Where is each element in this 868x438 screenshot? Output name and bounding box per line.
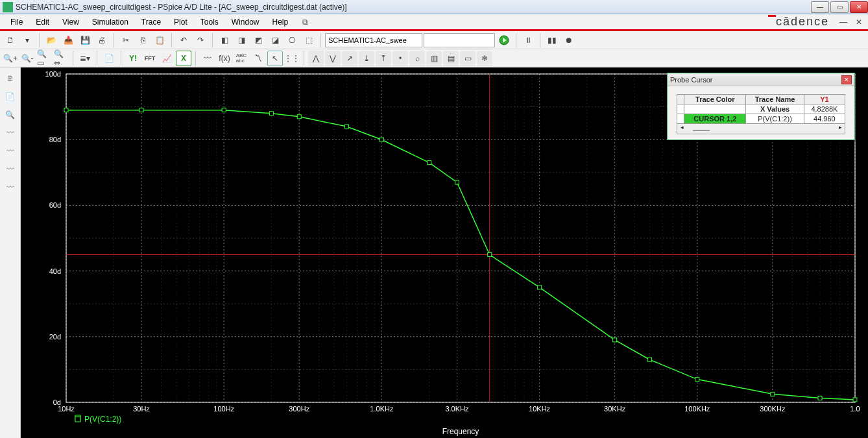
menu-help[interactable]: Help: [265, 16, 295, 29]
menu-file[interactable]: File: [4, 16, 29, 29]
cursor-point-button[interactable]: •: [392, 51, 408, 66]
app-icon: [3, 2, 13, 12]
menu-view[interactable]: View: [56, 16, 86, 29]
undo-button[interactable]: ↶: [176, 32, 191, 48]
svg-text:300KHz: 300KHz: [760, 405, 786, 413]
cursor-max-button[interactable]: ⤒: [376, 51, 391, 66]
svg-rect-114: [75, 417, 80, 422]
zoom-in-button[interactable]: 🔍+: [3, 51, 18, 66]
menu-window[interactable]: Window: [225, 16, 266, 29]
leftstrip-wave-d-icon[interactable]: 〰: [3, 180, 18, 195]
mark-datapoints-button[interactable]: 〽: [250, 51, 266, 66]
marker-3-button[interactable]: ◩: [250, 32, 266, 48]
probe-hdr-color: Trace Color: [684, 95, 746, 104]
cursor-prev-tr-button[interactable]: ▤: [443, 51, 459, 66]
excel-export-button[interactable]: X: [176, 51, 191, 66]
probe-row-trace: P(V(C1:2)): [746, 114, 804, 124]
cut-button[interactable]: ✂: [118, 32, 134, 48]
run-sim-button[interactable]: [496, 32, 512, 48]
window-minimize-button[interactable]: ―: [811, 1, 829, 13]
probe-row-y1: 44.960: [804, 114, 845, 124]
leftstrip-search-icon[interactable]: 🔍: [3, 108, 18, 122]
zoom-fit-button[interactable]: 🔍⇔: [53, 51, 69, 66]
pause-sim-button[interactable]: ⏸: [520, 32, 536, 48]
probe-row-blank: [677, 114, 684, 124]
fft-button[interactable]: FFT: [142, 51, 158, 66]
marker-4-button[interactable]: ◪: [267, 32, 283, 48]
svg-rect-105: [853, 398, 857, 402]
expression-input[interactable]: [424, 33, 495, 47]
menu-tools[interactable]: Tools: [194, 16, 225, 29]
svg-text:60d: 60d: [49, 201, 61, 209]
svg-rect-90: [139, 108, 143, 112]
probe-close-button[interactable]: ✕: [841, 75, 852, 84]
redo-button[interactable]: ↷: [193, 32, 208, 48]
print-button[interactable]: 🖨: [94, 32, 110, 48]
zoom-area-button[interactable]: 🔍▭: [36, 51, 52, 66]
mdi-restore-icon[interactable]: ⧉: [297, 14, 313, 30]
probe-scroll-thumb[interactable]: [693, 130, 710, 131]
toolbar-row-1: 🗋 ▾ 📂 📥 💾 🖨 ✂ ⎘ 📋 ↶ ↷ ◧ ◨ ◩ ◪ ⎔ ⬚ SCHEMA…: [0, 31, 868, 49]
window-maximize-button[interactable]: ▭: [830, 1, 849, 13]
marker-6-button[interactable]: ⬚: [301, 32, 317, 48]
new-file-button[interactable]: 🗋: [3, 32, 18, 48]
cursor-slope-button[interactable]: ↗: [342, 51, 357, 66]
mdi-close-icon[interactable]: ✕: [851, 14, 867, 30]
cursor-trough-button[interactable]: ⋁: [325, 51, 341, 66]
leftstrip-page-icon[interactable]: 📄: [3, 90, 18, 104]
leftstrip-wave-b-icon[interactable]: 〰: [3, 144, 18, 158]
perf-analysis-button[interactable]: 📈: [159, 51, 175, 66]
cursor-search-button[interactable]: ⌕: [409, 51, 425, 66]
probe-scroll-right-icon[interactable]: ▸: [836, 124, 845, 134]
copy-button[interactable]: ⎘: [135, 32, 151, 48]
cursor-freeze-button[interactable]: ❄: [477, 51, 492, 66]
probe-hscrollbar[interactable]: ◂ ▸: [677, 124, 845, 134]
svg-rect-97: [455, 180, 459, 184]
svg-text:1.0: 1.0: [850, 405, 860, 413]
paste-button[interactable]: 📋: [152, 32, 167, 48]
svg-rect-94: [344, 125, 348, 128]
cursor-plot-button[interactable]: ▭: [460, 51, 476, 66]
zoom-out-button[interactable]: 🔍-: [19, 51, 35, 66]
log-toggle-button[interactable]: ≣▾: [77, 51, 93, 66]
leftstrip-doc-icon[interactable]: 🗎: [3, 71, 18, 86]
eval-goal-button[interactable]: Y!: [125, 51, 141, 66]
menu-trace[interactable]: Trace: [135, 16, 167, 29]
schematic-name-field[interactable]: SCHEMATIC1-AC_swee: [325, 33, 422, 47]
probe-scroll-left-icon[interactable]: ◂: [677, 124, 686, 134]
large-cursor-button[interactable]: ⋮⋮: [284, 51, 300, 66]
view-results-button[interactable]: 📄: [101, 51, 117, 66]
cursor-min-button[interactable]: ⤓: [359, 51, 374, 66]
probe-hdr-y1: Y1: [804, 95, 845, 104]
mdi-minimize-icon[interactable]: ―: [836, 14, 851, 30]
leftstrip-wave-a-icon[interactable]: 〰: [3, 126, 18, 140]
add-trace-button[interactable]: 〰: [200, 51, 215, 66]
save-button[interactable]: 💾: [77, 32, 93, 48]
record-button[interactable]: ⏺: [561, 32, 577, 48]
menu-plot[interactable]: Plot: [167, 16, 194, 29]
marker-2-button[interactable]: ◨: [234, 32, 249, 48]
probe-cursor-panel[interactable]: Probe Cursor ✕ Trace Color Trace Name Y1…: [667, 73, 855, 140]
svg-text:40d: 40d: [49, 267, 61, 275]
plot-area[interactable]: 0d20d40d60d80d100d10Hz30Hz100Hz300Hz1.0K…: [21, 67, 868, 438]
open-button[interactable]: 📂: [43, 32, 59, 48]
cursor-peak-button[interactable]: ⋀: [308, 51, 324, 66]
probe-titlebar[interactable]: Probe Cursor ✕: [668, 73, 854, 86]
text-label-button[interactable]: ABCabc: [234, 51, 249, 66]
probe-row-cursor[interactable]: CURSOR 1,2: [684, 114, 746, 124]
stop-sim-button[interactable]: ▮▮: [544, 32, 560, 48]
eval-meas-button[interactable]: f(x): [217, 51, 232, 66]
probe-hdr-blank: [677, 95, 684, 104]
marker-5-button[interactable]: ⎔: [284, 32, 300, 48]
toggle-cursor-button[interactable]: ↖: [267, 51, 283, 66]
menu-simulation[interactable]: Simulation: [86, 16, 135, 29]
menubar: File Edit View Simulation Trace Plot Too…: [0, 14, 868, 31]
cursor-next-tr-button[interactable]: ▥: [426, 51, 442, 66]
new-dropdown-button[interactable]: ▾: [19, 32, 35, 48]
leftstrip-wave-c-icon[interactable]: 〰: [3, 162, 18, 176]
append-button[interactable]: 📥: [60, 32, 76, 48]
svg-rect-93: [297, 115, 301, 119]
window-close-button[interactable]: ✕: [850, 1, 868, 13]
menu-edit[interactable]: Edit: [29, 16, 56, 29]
marker-1-button[interactable]: ◧: [217, 32, 232, 48]
